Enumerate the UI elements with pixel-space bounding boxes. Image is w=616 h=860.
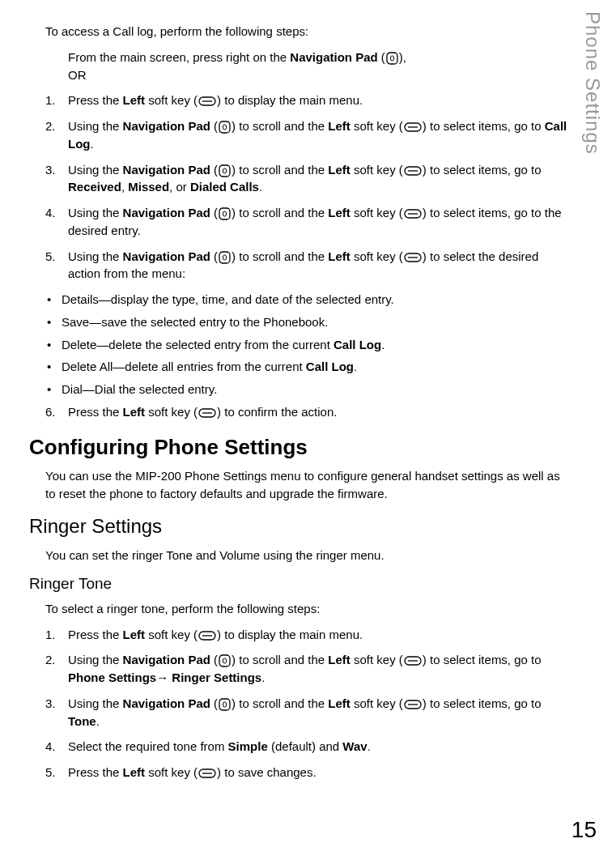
step-number: 3. xyxy=(45,161,56,179)
text: . xyxy=(354,360,357,373)
heading-ringer-tone: Ringer Tone xyxy=(29,573,567,595)
ringer-intro: You can set the ringer Tone and Volume u… xyxy=(45,547,567,564)
text: soft key ( xyxy=(350,163,403,177)
softkey-icon xyxy=(198,408,216,418)
call-log-steps-cont: 6. Press the Left soft key () to confirm… xyxy=(45,403,567,421)
text: ) to save changes. xyxy=(217,765,316,779)
text: Delete—delete the selected entry from th… xyxy=(62,338,333,351)
action-bullets: Details—display the type, time, and date… xyxy=(45,291,567,398)
text: ( xyxy=(210,206,218,219)
bold-call-log: Call Log xyxy=(306,360,354,373)
text: . xyxy=(259,180,262,194)
bullet-dial: Dial—Dial the selected entry. xyxy=(45,381,567,398)
text: From the main screen, press right on the xyxy=(68,50,290,64)
svg-rect-12 xyxy=(219,208,230,219)
bold-left: Left xyxy=(328,206,350,219)
bold-left: Left xyxy=(328,249,350,263)
page-content: To access a Call log, perform the follow… xyxy=(0,0,616,781)
step-4: 4. Using the Navigation Pad () to scroll… xyxy=(45,204,567,240)
bold-left: Left xyxy=(123,765,146,779)
svg-rect-0 xyxy=(387,53,397,64)
text: ( xyxy=(210,119,218,133)
text: Using the xyxy=(68,249,123,263)
text: ), xyxy=(399,50,406,64)
text: Press the xyxy=(68,405,123,419)
step-number: 1. xyxy=(45,92,56,109)
text: ) to scroll and the xyxy=(232,696,328,710)
bold-navigation-pad: Navigation Pad xyxy=(123,653,210,666)
softkey-icon xyxy=(404,122,422,132)
text: . xyxy=(261,671,265,684)
rstep-2: 2. Using the Navigation Pad () to scroll… xyxy=(45,651,567,687)
text: ) to scroll and the xyxy=(232,249,328,263)
text: Using the xyxy=(68,119,123,133)
bold-simple: Simple xyxy=(228,739,268,753)
step-number: 6. xyxy=(45,403,56,421)
bold-left: Left xyxy=(123,93,146,107)
navigation-pad-icon xyxy=(219,654,231,667)
bold-navigation-pad: Navigation Pad xyxy=(123,163,210,177)
softkey-icon xyxy=(404,656,422,666)
navigation-pad-icon xyxy=(386,52,398,65)
text: ( xyxy=(210,163,218,177)
heading-configuring-phone-settings: Configuring Phone Settings xyxy=(29,432,567,463)
step-number: 1. xyxy=(45,626,56,644)
heading-ringer-settings: Ringer Settings xyxy=(29,513,567,541)
step-number: 2. xyxy=(45,651,56,669)
text: ) to scroll and the xyxy=(232,653,328,666)
step-number: 5. xyxy=(45,764,56,781)
text: Using the xyxy=(68,653,123,666)
bold-call-log: Call Log xyxy=(333,338,381,351)
navigation-pad-icon xyxy=(219,251,231,264)
step-number: 5. xyxy=(45,248,56,266)
text: Press the xyxy=(68,628,123,641)
text: ) to confirm the action. xyxy=(217,405,337,419)
text: soft key ( xyxy=(350,696,403,710)
bold-navigation-pad: Navigation Pad xyxy=(123,249,210,263)
text: soft key ( xyxy=(145,93,198,107)
text: (default) and xyxy=(268,739,343,753)
text: ( xyxy=(210,653,218,666)
ringer-tone-steps: 1. Press the Left soft key () to display… xyxy=(45,626,567,781)
softkey-icon xyxy=(198,768,216,778)
text: . xyxy=(96,714,100,728)
svg-rect-29 xyxy=(223,702,227,707)
bold-left: Left xyxy=(328,119,350,133)
text: ) to scroll and the xyxy=(232,206,328,219)
svg-rect-4 xyxy=(219,121,230,133)
text: ) to display the main menu. xyxy=(217,93,363,107)
text: ( xyxy=(210,696,218,710)
bold-left: Left xyxy=(328,163,350,177)
text: soft key ( xyxy=(350,119,403,133)
bullet-details: Details—display the type, time, and date… xyxy=(45,291,567,309)
text: Using the xyxy=(68,206,123,219)
text: Delete All—delete all entries from the c… xyxy=(62,360,306,373)
rstep-4: 4. Select the required tone from Simple … xyxy=(45,738,567,756)
step-number: 4. xyxy=(45,204,56,222)
bold-wav: Wav xyxy=(342,739,367,753)
bold-tone: Tone xyxy=(68,714,96,728)
bold-received: Received xyxy=(68,180,121,194)
text: Press the xyxy=(68,93,123,107)
text: Press the xyxy=(68,765,123,779)
bold-dialed-calls: Dialed Calls xyxy=(190,180,259,194)
bold-left: Left xyxy=(328,653,350,666)
navigation-pad-icon xyxy=(219,698,231,711)
softkey-icon xyxy=(404,700,422,709)
text: ) to scroll and the xyxy=(232,119,328,133)
bold-navigation-pad: Navigation Pad xyxy=(123,696,210,710)
bold-left: Left xyxy=(328,696,350,710)
text: soft key ( xyxy=(145,765,198,779)
bold-missed: Missed xyxy=(128,180,169,194)
text-or: OR xyxy=(68,68,87,82)
bullet-delete: Delete—delete the selected entry from th… xyxy=(45,336,567,354)
intro-sub: From the main screen, press right on the… xyxy=(68,49,567,84)
svg-rect-13 xyxy=(223,211,227,216)
navigation-pad-icon xyxy=(219,164,231,177)
text: , or xyxy=(169,180,190,194)
softkey-icon xyxy=(198,631,216,641)
text: Select the required tone from xyxy=(68,739,228,753)
text: ) to select items, go to xyxy=(423,163,542,177)
text: . xyxy=(91,137,94,151)
step-number: 3. xyxy=(45,695,56,713)
